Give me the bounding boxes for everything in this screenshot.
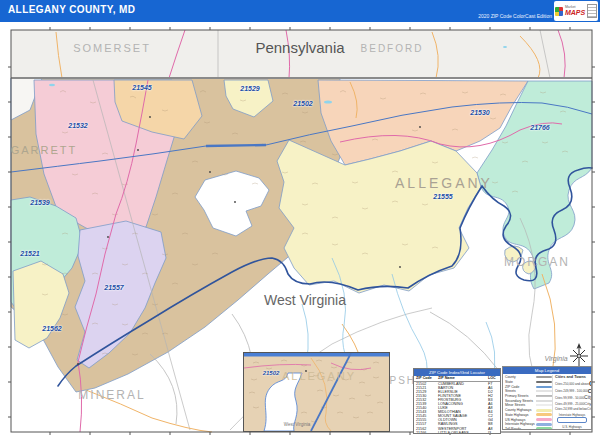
- map-canvas: SOMERSET Pennsylvania BEDFORD GARRETT MO…: [0, 22, 600, 435]
- interstate-shield-sample: Interstate Highways: [555, 413, 589, 423]
- city-size-row: Cities 49,999 - 25,000City: [555, 401, 589, 406]
- lake: [49, 84, 55, 87]
- city-size-row: Cities 24,999 and belowCity: [555, 407, 589, 411]
- legend-item: Toll Roads: [505, 427, 552, 430]
- inset-svg: [244, 353, 389, 431]
- zip-table-title: ZIP Code Index/Grid Locator: [414, 369, 500, 376]
- map-legend: Map Legend County State ZIP Code Streets…: [502, 366, 592, 430]
- header-bar: ALLEGANY COUNTY, MD 2020 ZIP Code ColorC…: [0, 0, 600, 22]
- edition-label: 2020 ZIP Code ColorCast Edition: [478, 13, 552, 19]
- legend-title: Map Legend: [503, 367, 591, 374]
- cities-title: Cities and Towns: [555, 375, 589, 379]
- us-highway-shield-sample: U.S. Highways: [555, 425, 589, 430]
- legend-cities: Cities and Towns Cities 250,000 and abov…: [552, 375, 589, 430]
- inset-top-bar: [244, 353, 389, 357]
- logo-big-text: MAPS: [565, 9, 585, 16]
- lake: [324, 100, 332, 103]
- map-page: ALLEGANY COUNTY, MD 2020 ZIP Code ColorC…: [0, 0, 600, 435]
- interstate-highlight: [206, 145, 266, 146]
- zip-index-table: ZIP Code Index/Grid Locator ZIP Code ZIP…: [413, 368, 501, 434]
- city-size-row: Cities 250,000 and aboveCity: [555, 380, 589, 387]
- inset-town-dot: [305, 370, 307, 372]
- region-21555: [277, 140, 481, 293]
- logo-map-icon: [555, 7, 563, 16]
- city-size-row: Cities 99,999 - 50,000City: [555, 395, 589, 400]
- inset-map: ALLEGANY 21502 West Virginia: [243, 352, 390, 432]
- city-size-row: Cities 249,999 - 100,000City: [555, 388, 589, 394]
- table-row: 21766LITTLE ORLEANSI3: [414, 431, 500, 434]
- lake: [503, 46, 507, 48]
- logo-tag-box: [587, 4, 597, 18]
- publisher-logo: Market MAPS: [554, 1, 598, 21]
- legend-item: Secondary Streets: [505, 398, 552, 403]
- page-title: ALLEGANY COUNTY, MD: [8, 4, 135, 15]
- legend-line-items: County State ZIP Code Streets Primary St…: [505, 375, 552, 430]
- region-pennsylvania: [11, 30, 592, 78]
